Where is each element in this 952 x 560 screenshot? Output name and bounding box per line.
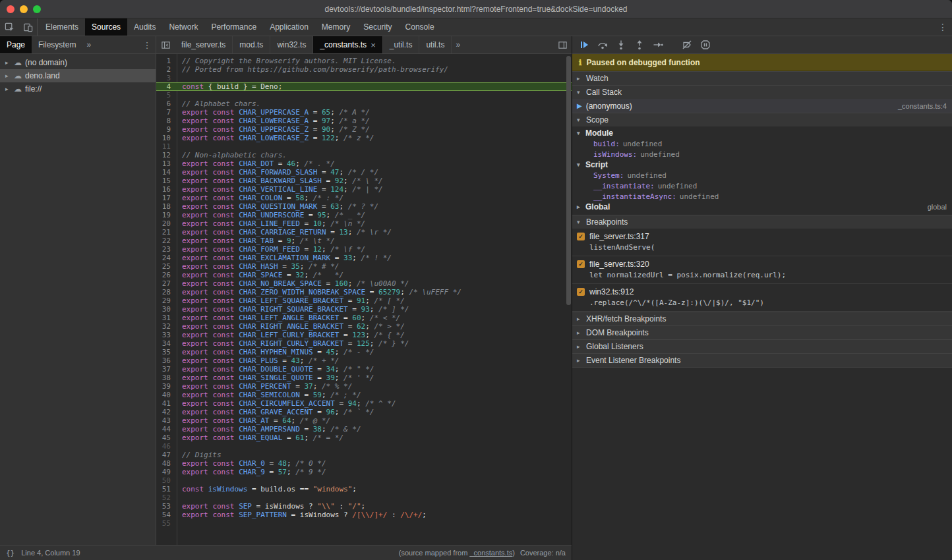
code-text[interactable]: export const CHAR_AT = 64; /* @ */ <box>177 416 572 425</box>
line-number[interactable]: 2 <box>156 65 177 74</box>
section-scope[interactable]: ▾ Scope <box>572 113 952 126</box>
code-text[interactable]: export const SEP_PATTERN = isWindows ? /… <box>177 511 572 519</box>
line-number[interactable]: 45 <box>156 434 177 442</box>
code-text[interactable]: export const CHAR_AMPERSAND = 38; /* & *… <box>177 425 572 434</box>
line-number[interactable]: 37 <box>156 365 177 374</box>
call-stack-frame[interactable]: ▶ (anonymous) _constants.ts:4 <box>572 99 952 113</box>
line-number[interactable]: 26 <box>156 271 177 279</box>
line-number[interactable]: 49 <box>156 468 177 476</box>
code-text[interactable]: export const CHAR_0 = 48; /* 0 */ <box>177 459 572 468</box>
code-text[interactable]: export const CHAR_RIGHT_ANGLE_BRACKET = … <box>177 322 572 331</box>
line-number[interactable]: 13 <box>156 159 177 168</box>
line-number[interactable]: 30 <box>156 305 177 314</box>
code-text[interactable]: export const CHAR_CIRCUMFLEX_ACCENT = 94… <box>177 399 572 408</box>
close-window-button[interactable] <box>7 5 15 13</box>
code-text[interactable]: export const CHAR_LEFT_SQUARE_BRACKET = … <box>177 296 572 305</box>
tab-filesystem[interactable]: Filesystem <box>32 36 82 53</box>
line-number[interactable]: 16 <box>156 185 177 194</box>
line-number[interactable]: 11 <box>156 142 177 151</box>
line-number[interactable]: 12 <box>156 151 177 159</box>
line-number[interactable]: 7 <box>156 108 177 117</box>
line-number[interactable]: 27 <box>156 279 177 288</box>
code-text[interactable] <box>177 476 572 485</box>
line-number[interactable]: 39 <box>156 382 177 391</box>
code-text[interactable]: export const CHAR_RIGHT_SQUARE_BRACKET =… <box>177 305 572 314</box>
step-icon[interactable] <box>653 40 663 50</box>
editor-tab-util-underscore[interactable]: _util.ts <box>383 36 420 53</box>
tab-page[interactable]: Page <box>0 36 32 53</box>
code-text[interactable]: export const CHAR_LOWERCASE_A = 97; /* a… <box>177 117 572 125</box>
scope-group-script[interactable]: ▾ Script <box>572 159 952 170</box>
line-number[interactable]: 4 <box>156 82 177 91</box>
line-number[interactable]: 22 <box>156 237 177 245</box>
minimize-window-button[interactable] <box>20 5 28 13</box>
line-number[interactable]: 34 <box>156 339 177 348</box>
code-text[interactable]: export const CHAR_LOWERCASE_Z = 122; /* … <box>177 134 572 142</box>
breakpoint-item[interactable]: ✓ win32.ts:912 .replace(/^\/*([A-Za-z]:)… <box>572 284 952 312</box>
line-number[interactable]: 53 <box>156 502 177 511</box>
line-number[interactable]: 3 <box>156 74 177 82</box>
line-number[interactable]: 1 <box>156 57 177 65</box>
code-text[interactable]: export const CHAR_UNDERSCORE = 95; /* _ … <box>177 211 572 219</box>
line-number[interactable]: 42 <box>156 408 177 416</box>
line-number[interactable]: 46 <box>156 442 177 451</box>
navigator-kebab-icon[interactable]: ⋮ <box>138 36 156 53</box>
tab-audits[interactable]: Audits <box>127 18 162 36</box>
code-text[interactable] <box>177 442 572 451</box>
breakpoint-item[interactable]: ✓ file_server.ts:320 let normalizedUrl =… <box>572 256 952 284</box>
code-text[interactable]: export const CHAR_PERCENT = 37; /* % */ <box>177 382 572 391</box>
code-text[interactable]: export const CHAR_BACKWARD_SLASH = 92; /… <box>177 177 572 185</box>
line-number[interactable]: 5 <box>156 91 177 99</box>
code-text[interactable]: export const CHAR_QUESTION_MARK = 63; /*… <box>177 202 572 211</box>
line-number[interactable]: 19 <box>156 211 177 219</box>
line-number[interactable]: 28 <box>156 288 177 296</box>
line-number[interactable]: 24 <box>156 254 177 262</box>
line-number[interactable]: 33 <box>156 331 177 339</box>
code-text[interactable]: export const CHAR_UPPERCASE_A = 65; /* A… <box>177 108 572 117</box>
step-out-icon[interactable] <box>634 40 645 50</box>
code-text[interactable] <box>177 519 572 528</box>
code-text[interactable]: export const CHAR_TAB = 9; /* \t */ <box>177 237 572 245</box>
breakpoint-snippet[interactable]: .replace(/^\/*([A-Za-z]:)(\/|$)/, "$1/") <box>589 298 947 307</box>
section-xhr-breakpoints[interactable]: ▸ XHR/fetch Breakpoints <box>572 312 952 325</box>
line-number[interactable]: 21 <box>156 228 177 237</box>
toggle-navigator-icon[interactable] <box>156 36 175 53</box>
line-number[interactable]: 41 <box>156 399 177 408</box>
section-global-listeners[interactable]: ▸ Global Listeners <box>572 339 952 353</box>
resume-script-icon[interactable] <box>579 40 589 50</box>
source-mapped-link[interactable]: _constants.ts <box>469 549 512 557</box>
code-text[interactable]: export const CHAR_FORWARD_SLASH = 47; /*… <box>177 168 572 177</box>
code-text[interactable]: export const CHAR_9 = 57; /* 9 */ <box>177 468 572 476</box>
line-number[interactable]: 29 <box>156 296 177 305</box>
code-text[interactable]: export const CHAR_COLON = 58; /* : */ <box>177 194 572 202</box>
code-text[interactable]: export const CHAR_RIGHT_CURLY_BRACKET = … <box>177 339 572 348</box>
line-number[interactable]: 18 <box>156 202 177 211</box>
pause-on-exceptions-icon[interactable] <box>700 40 711 50</box>
more-editor-tabs-icon[interactable]: » <box>452 36 464 53</box>
code-text[interactable]: // Copyright the Browserify authors. MIT… <box>177 57 572 65</box>
tab-network[interactable]: Network <box>162 18 204 36</box>
line-number[interactable]: 32 <box>156 322 177 331</box>
code-text[interactable] <box>177 493 572 502</box>
code-text[interactable] <box>177 74 572 82</box>
breakpoint-snippet[interactable]: listenAndServe( <box>589 243 947 252</box>
line-number[interactable]: 17 <box>156 194 177 202</box>
line-number[interactable]: 51 <box>156 485 177 493</box>
code-text[interactable]: export const CHAR_LEFT_ANGLE_BRACKET = 6… <box>177 314 572 322</box>
code-text[interactable] <box>177 91 572 99</box>
code-text[interactable]: export const CHAR_CARRIAGE_RETURN = 13; … <box>177 228 572 237</box>
tab-application[interactable]: Application <box>263 18 315 36</box>
line-number[interactable]: 47 <box>156 451 177 459</box>
breakpoint-location[interactable]: win32.ts:912 <box>589 287 634 296</box>
line-number[interactable]: 6 <box>156 99 177 108</box>
code-text[interactable]: export const CHAR_HASH = 35; /* # */ <box>177 262 572 271</box>
line-number[interactable]: 23 <box>156 245 177 254</box>
code-text[interactable]: export const CHAR_DOT = 46; /* . */ <box>177 159 572 168</box>
line-number[interactable]: 38 <box>156 374 177 382</box>
line-number[interactable]: 43 <box>156 416 177 425</box>
code-text[interactable]: export const CHAR_FORM_FEED = 12; /* \f … <box>177 245 572 254</box>
code-text[interactable]: export const CHAR_LEFT_CURLY_BRACKET = 1… <box>177 331 572 339</box>
code-editor[interactable]: 1// Copyright the Browserify authors. MI… <box>156 54 572 545</box>
code-text[interactable]: export const CHAR_LINE_FEED = 10; /* \n … <box>177 219 572 228</box>
line-number[interactable]: 40 <box>156 391 177 399</box>
